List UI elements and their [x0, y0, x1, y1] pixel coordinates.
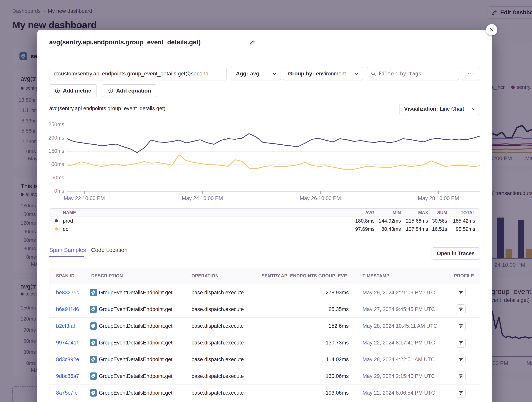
add-metric-label: Add metric: [63, 88, 91, 94]
chevron-down-icon: [355, 72, 359, 75]
profile-flamegraph-button[interactable]: [456, 371, 466, 381]
metric-query-field[interactable]: [49, 67, 227, 80]
span-id-link[interactable]: 8a75c7fe: [56, 390, 78, 396]
series-min: 144.92ms: [379, 218, 401, 224]
agg-label: Agg:: [236, 71, 248, 77]
visualization-value: Line Chart: [440, 106, 464, 112]
visualization-label: Visualization:: [404, 106, 438, 112]
table-row: b6a911d6 GroupEventDetailsEndpoint.get b…: [50, 301, 480, 317]
col-timestamp: TIMESTAMP: [362, 273, 389, 278]
y-tick-label: 100ms: [37, 161, 64, 167]
summary-col-name: NAME: [63, 210, 76, 215]
span-description: GroupEventDetailsEndpoint.get: [99, 356, 172, 362]
summary-row-de[interactable]: de 97.69ms 80.43ms 137.54ms 16.51s 95.59…: [50, 225, 480, 233]
span-id-link[interactable]: be83275c: [56, 290, 79, 296]
span-operation: base.dispatch.execute: [191, 373, 244, 379]
tag-filter-field[interactable]: [367, 67, 459, 80]
span-description: GroupEventDetailsEndpoint.get: [99, 340, 172, 346]
table-row: b2ef3faf GroupEventDetailsEndpoint.get b…: [50, 317, 480, 334]
span-operation: base.dispatch.execute: [191, 356, 244, 362]
span-id-link[interactable]: 9974a41f: [56, 340, 78, 346]
edit-title-pencil-icon[interactable]: [249, 39, 256, 46]
series-name: de: [63, 226, 69, 232]
python-icon: [90, 389, 97, 396]
agg-dropdown[interactable]: Agg: avg: [231, 67, 281, 80]
span-duration: 278.93ms: [326, 290, 349, 296]
profile-flamegraph-button[interactable]: [456, 304, 466, 314]
span-id-link[interactable]: b6a911d6: [56, 306, 79, 312]
span-timestamp: May 29, 2024 2:15:40 PM UTC: [362, 373, 435, 379]
span-samples-table: SPAN ID DESCRIPTION OPERATION SENTRY.API…: [49, 268, 480, 402]
span-id-link[interactable]: b2ef3faf: [56, 323, 75, 329]
span-description: GroupEventDetailsEndpoint.get: [99, 290, 172, 296]
span-operation: base.dispatch.execute: [191, 390, 244, 396]
series-sum: 16.51s: [432, 226, 447, 232]
tab-span-samples[interactable]: Span Samples: [49, 247, 86, 253]
tab-code-location[interactable]: Code Location: [91, 247, 127, 253]
y-tick-label: 50ms: [37, 175, 64, 181]
series-color-dot: [55, 228, 58, 230]
profile-flamegraph-button[interactable]: [456, 338, 466, 347]
profile-flamegraph-button[interactable]: [456, 388, 466, 398]
app-root: Dashboards›My new dashboard My new dashb…: [0, 0, 532, 402]
add-equation-button[interactable]: Add equation: [102, 84, 157, 97]
python-icon: [90, 322, 97, 330]
span-duration: 130.73ms: [326, 340, 349, 346]
x-tick-label: May 22 10:00 PM: [61, 195, 108, 201]
samples-header-row: SPAN ID DESCRIPTION OPERATION SENTRY.API…: [50, 268, 480, 284]
summary-row-prod[interactable]: prod 180.8ms 144.92ms 215.68ms 30.56s 18…: [50, 217, 480, 225]
agg-value: avg: [250, 71, 259, 77]
python-icon: [90, 356, 97, 363]
groupby-dropdown[interactable]: Group by: environment: [283, 67, 363, 80]
plus-circle-icon: [108, 88, 114, 93]
chart-title: avg(sentry.api.endpoints.group_event_det…: [49, 105, 165, 111]
y-tick-label: 200ms: [37, 135, 64, 141]
span-operation: base.dispatch.execute: [191, 340, 244, 346]
add-metric-button[interactable]: Add metric: [49, 84, 97, 97]
profile-flamegraph-button[interactable]: [456, 321, 466, 331]
x-tick-label: May 28 10:00 PM: [415, 195, 462, 201]
chevron-down-icon: [471, 108, 476, 111]
tab-divider: [49, 257, 422, 257]
summary-col-avg: AVG: [365, 210, 374, 215]
span-duration: 85.35ms: [329, 306, 349, 312]
python-icon: [90, 339, 97, 346]
series-max: 215.68ms: [406, 218, 428, 224]
groupby-value: environment: [316, 71, 346, 77]
span-id-link[interactable]: 8d3c892e: [56, 356, 79, 362]
series-total: 95.59ms: [456, 226, 475, 232]
span-description: GroupEventDetailsEndpoint.get: [99, 323, 172, 329]
span-duration: 114.02ms: [326, 356, 349, 362]
close-modal-button[interactable]: [486, 24, 497, 35]
tag-filter-input[interactable]: [379, 71, 455, 77]
series-min: 80.43ms: [381, 226, 401, 232]
profile-flamegraph-button[interactable]: [456, 355, 466, 364]
metric-line-chart[interactable]: [67, 119, 480, 193]
modal-title: avg(sentry.api.endpoints.group_event_det…: [49, 38, 201, 46]
span-timestamp: May 29, 2024 2:21:03 PM UTC: [362, 290, 435, 296]
summary-col-max: MAX: [418, 210, 428, 215]
summary-header-row: NAME AVG MIN MAX SUM TOTAL: [50, 209, 480, 217]
span-timestamp: May 27, 2024 9:45:45 PM UTC: [362, 306, 435, 312]
visualization-dropdown[interactable]: Visualization: Line Chart: [399, 103, 480, 115]
query-overflow-button[interactable]: ⋯: [462, 67, 480, 80]
span-description: GroupEventDetailsEndpoint.get: [99, 306, 172, 312]
active-tab-indicator: [49, 256, 84, 257]
span-duration: 193.06ms: [326, 390, 349, 396]
span-timestamp: May 22, 2024 8:06:54 PM UTC: [362, 390, 435, 396]
span-id-link[interactable]: 9dbc86a7: [56, 373, 79, 379]
python-icon: [90, 289, 97, 296]
summary-col-sum: SUM: [437, 210, 447, 215]
y-tick-label: 250ms: [37, 122, 64, 128]
span-operation: base.dispatch.execute: [191, 323, 244, 329]
python-icon: [90, 372, 97, 380]
span-operation: base.dispatch.execute: [191, 290, 244, 296]
metric-query-input[interactable]: [54, 71, 222, 77]
ellipsis-icon: ⋯: [468, 70, 475, 78]
table-row: 9dbc86a7 GroupEventDetailsEndpoint.get b…: [50, 368, 480, 384]
open-in-traces-button[interactable]: Open in Traces: [432, 247, 480, 260]
col-metric: SENTRY.API.ENDPOINTS.GROUP_EVE…: [261, 273, 352, 278]
profile-flamegraph-button[interactable]: [456, 288, 466, 297]
table-row: be83275c GroupEventDetailsEndpoint.get b…: [50, 284, 480, 301]
table-row: 8d3c892e GroupEventDetailsEndpoint.get b…: [50, 351, 480, 368]
